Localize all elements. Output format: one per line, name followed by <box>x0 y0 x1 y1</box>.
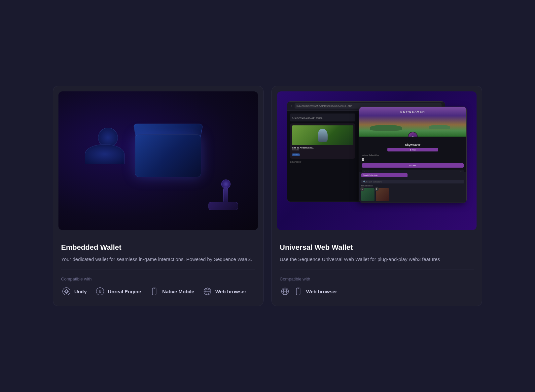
collectibles-label: Unique Collectibles <box>362 154 379 156</box>
screen-left-panel: 0x5d3C0908u893a8T1B3B30... Call to Actio… <box>287 111 358 202</box>
address-text: 0x4eC005492339a052v6P185B093a06c34D0c1..… <box>297 105 352 107</box>
wallet-3d <box>135 134 201 187</box>
card-artwork-inner <box>292 125 353 145</box>
mobile-label: Native Mobile <box>162 289 194 294</box>
screen-front: SKYWEAVER S Skyweaver ▶ Play Unique Co <box>359 107 467 203</box>
compatible-label-1: Compatible with <box>61 277 255 281</box>
compat-mobile: Native Mobile <box>149 286 194 297</box>
compat-web-1: Web browser <box>202 286 246 297</box>
frozen-badge: Frozen <box>292 153 300 156</box>
collectible-item-1: 1 <box>361 188 374 201</box>
universal-wallet-description: Use the Sequence Universal Web Wallet fo… <box>280 256 474 263</box>
universal-wallet-card: ‹ 0x4eC005492339a052v6P185B093a06c34D0c1… <box>271 86 482 307</box>
n-collectibles-label: N Collectibles <box>361 185 464 187</box>
svg-marker-3 <box>64 290 66 293</box>
compat-unreal: U Unreal Engine <box>95 286 141 297</box>
embedded-wallet-card: Embedded Wallet Your dedicated wallet fo… <box>53 86 264 307</box>
svg-marker-4 <box>67 290 69 293</box>
joystick-base <box>208 202 238 210</box>
back-arrow: ‹ <box>291 104 292 108</box>
web-label-1: Web browser <box>215 289 246 294</box>
universal-wallet-image: ‹ 0x4eC005492339a052v6P185B093a06c34D0c1… <box>277 91 477 230</box>
web-label-2: Web browser <box>306 289 337 294</box>
unreal-icon: U <box>95 286 105 297</box>
game-name-front: Skyweaver <box>362 143 464 147</box>
compat-unity: Unity <box>61 286 87 297</box>
svg-text:S: S <box>412 136 413 137</box>
card-art <box>292 125 353 145</box>
embedded-wallet-content: Embedded Wallet Your dedicated wallet fo… <box>53 235 263 306</box>
skyweaver-banner-text: SKYWEAVER <box>400 110 425 114</box>
cards-container: Embedded Wallet Your dedicated wallet fo… <box>53 86 482 307</box>
compat-items-1: Unity U Unreal Engine <box>61 286 255 297</box>
mobile-icon <box>149 286 160 297</box>
floating-island-1 <box>370 125 402 131</box>
bottom-buttons-row: Send Collectible <box>361 173 464 179</box>
divider-1 <box>61 270 255 270</box>
unreal-label: Unreal Engine <box>108 289 141 294</box>
universal-wallet-title: Universal Web Wallet <box>280 243 474 252</box>
card-display: Call to Action (Silv... P85549 Frozen <box>290 123 355 159</box>
unity-icon <box>61 286 72 297</box>
search-bar-mini: 🔍 Search collections <box>361 180 464 183</box>
divider-2 <box>280 270 474 270</box>
svg-rect-7 <box>153 288 156 295</box>
collectible-badge-1: 1 <box>360 187 364 191</box>
embedded-wallet-description: Your dedicated wallet for seamless in-ga… <box>61 256 255 263</box>
ui-mockup: ‹ 0x4eC005492339a052v6P185B093a06c34D0c1… <box>287 101 467 211</box>
floating-island-2 <box>429 125 450 129</box>
card-id-mini: P85549 <box>292 149 353 151</box>
card-title-mini: Call to Action (Silv... <box>292 147 353 149</box>
unity-label: Unity <box>74 289 87 294</box>
svg-text:U: U <box>99 289 101 293</box>
collectibles-grid: 1 1 <box>361 188 464 201</box>
embedded-wallet-image <box>58 91 258 230</box>
compatible-label-2: Compatible with <box>280 277 474 281</box>
wallet-mini-address-text: 0x5d3C0908u893a8T1B3B30... <box>292 117 324 119</box>
wallet-mini-address: 0x5d3C0908u893a8T1B3B30... <box>290 114 355 121</box>
send-btn-front: ➤ Send <box>362 163 464 168</box>
skyweaver-sub-label: Skyweaver <box>290 161 355 163</box>
send-collectible-btn: Send Collectible <box>361 173 408 177</box>
joystick-stick <box>223 187 228 204</box>
web-icon-2 <box>280 286 290 297</box>
collectible-item-2: 1 <box>376 188 389 201</box>
collectibles-count: 8 <box>362 157 464 162</box>
compat-web-2: Web browser <box>280 286 337 297</box>
mobile-icon-2 <box>293 286 303 297</box>
universal-wallet-content: Universal Web Wallet Use the Sequence Un… <box>272 235 482 306</box>
wallet-body <box>135 134 201 177</box>
play-btn: ▶ Play <box>387 148 438 151</box>
svg-rect-22 <box>296 288 300 295</box>
collectibles-header: Unique Collectibles <box>362 154 464 156</box>
embedded-wallet-title: Embedded Wallet <box>61 243 255 252</box>
card-creature <box>318 129 328 142</box>
avatar-body <box>85 144 125 164</box>
compat-items-2: Web browser <box>280 286 474 297</box>
skyweaver-banner: SKYWEAVER S <box>359 107 466 137</box>
bottom-panel: Send Collectible 🔍 Search collections N … <box>359 172 466 203</box>
web-icon-1 <box>202 286 213 297</box>
collectible-badge-2: 1 <box>375 187 379 191</box>
wallet-scene <box>58 91 258 230</box>
